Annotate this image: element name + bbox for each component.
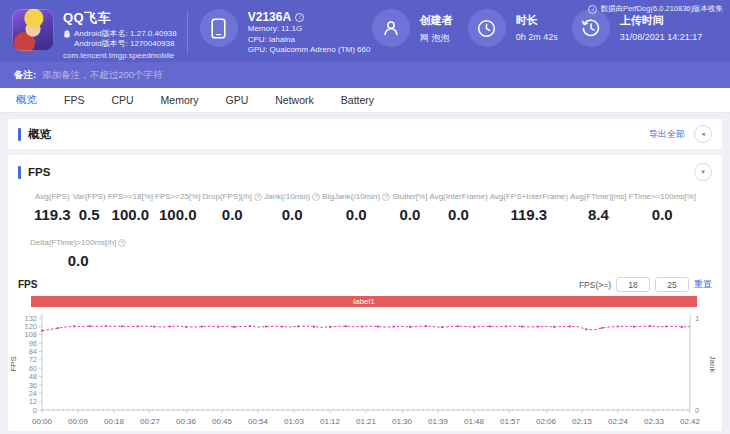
app-package: com.tencent.tmgp.speedmobile: [63, 51, 177, 60]
svg-text:Jank: Jank: [708, 356, 717, 374]
creator-label: 创建者: [420, 13, 453, 28]
fps-collapse-button[interactable]: ▾: [694, 163, 712, 181]
fps-threshold-controls: FPS(>=) 重置: [579, 277, 712, 292]
tab-memory[interactable]: Memory: [161, 94, 199, 106]
svg-text:00:45: 00:45: [212, 417, 233, 426]
stat-value: 100.0: [155, 206, 200, 223]
stat-fps-25-: FPS>=25[%]100.0: [155, 192, 200, 223]
fps-stats-row2: Delta(FTime)>100ms[/h]?0.0: [8, 227, 722, 269]
upload-time-label: 上传时间: [620, 13, 703, 28]
question-info-icon[interactable]: ?: [118, 239, 126, 247]
stat-drop-fps-h-: Drop(FPS)[/h]?0.0: [203, 192, 262, 223]
svg-text:FPS: FPS: [9, 356, 18, 372]
note-label: 备注:: [14, 69, 36, 82]
svg-text:00:54: 00:54: [248, 417, 269, 426]
device-model: V2136A: [248, 10, 291, 24]
export-all-link[interactable]: 导出全部: [649, 128, 685, 141]
android-icon: [63, 30, 71, 39]
stat-value: 0.0: [429, 206, 487, 223]
svg-text:01:03: 01:03: [284, 417, 305, 426]
stat-value: 0.0: [203, 206, 262, 223]
svg-text:01:21: 01:21: [356, 417, 377, 426]
upload-time-value: 31/08/2021 14:21:17: [620, 32, 703, 42]
reset-link[interactable]: 重置: [694, 278, 712, 291]
fps-chart-header: FPS FPS(>=) 重置: [8, 271, 722, 294]
tab-fps[interactable]: FPS: [64, 94, 84, 106]
question-info-icon[interactable]: ?: [312, 193, 320, 201]
device-memory: Memory: 11.1G: [248, 24, 371, 35]
overview-collapse-button[interactable]: ◂: [694, 125, 712, 143]
stat-ftime-100ms-: FTime>=100ms[%]0.0: [629, 192, 696, 223]
user-icon: [372, 9, 410, 47]
app-info-block: QQ飞车 Android版本名: 1.27.0.40938 Android版本号…: [63, 9, 177, 62]
stat-avg-interframe-: Avg(InterFrame)0.0: [429, 192, 487, 223]
perfdog-report-page: QQ飞车 Android版本名: 1.27.0.40938 Android版本号…: [0, 0, 730, 434]
stat-delta-ftime-100ms-h-: Delta(FTime)>100ms[/h]?0.0: [30, 238, 126, 269]
svg-text:02:06: 02:06: [536, 417, 557, 426]
device-cpu: CPU: lahaina: [248, 35, 371, 46]
creator-block: 创建者 网 泡泡: [372, 9, 468, 62]
fps-section: FPS ▾ Avg(FPS)119.3Var(FPS)0.5FPS>=18[%]…: [8, 155, 722, 431]
chart-annotation-band[interactable]: label1: [31, 296, 697, 307]
svg-text:01:57: 01:57: [500, 417, 521, 426]
svg-text:01:48: 01:48: [464, 417, 485, 426]
svg-text:0: 0: [695, 406, 699, 415]
svg-text:00:18: 00:18: [104, 417, 125, 426]
upload-history-clock-icon: [572, 9, 610, 47]
annotation-band-label: label1: [353, 297, 374, 306]
stat-value: 0.0: [322, 206, 390, 223]
app-version-code: Android版本号: 1270040938: [74, 39, 177, 49]
fps-stats-row: Avg(FPS)119.3Var(FPS)0.5FPS>=18[%]100.0F…: [8, 181, 722, 223]
stat-value: 0.0: [629, 206, 696, 223]
svg-text:02:15: 02:15: [572, 417, 593, 426]
fps-threshold-input-1[interactable]: [616, 277, 650, 292]
fps-chart[interactable]: 1321201089684726048362412000:0000:0900:1…: [8, 310, 722, 434]
tab-cpu[interactable]: CPU: [111, 94, 133, 106]
title-accent-bar: [18, 128, 21, 141]
svg-text:0: 0: [33, 406, 37, 415]
duration-block: 时长 0h 2m 42s: [468, 9, 572, 62]
stat-avg-fps-interframe-: Avg(FPS+InterFrame)119.3: [490, 192, 568, 223]
svg-text:00:09: 00:09: [68, 417, 89, 426]
fps-threshold-label: FPS(>=): [579, 280, 611, 290]
stat-value: 119.3: [490, 206, 568, 223]
tab-bar: 概览FPSCPUMemoryGPUNetworkBattery: [0, 88, 730, 113]
app-version-name: Android版本名: 1.27.0.40938: [74, 29, 177, 39]
svg-text:00:00: 00:00: [32, 417, 53, 426]
tab-battery[interactable]: Battery: [341, 94, 374, 106]
fps-chart-title: FPS: [18, 279, 37, 290]
fps-threshold-input-2[interactable]: [655, 277, 689, 292]
note-placeholder: 添加备注，不超过200个字符: [42, 69, 162, 82]
stat-value: 0.0: [264, 206, 320, 223]
question-info-icon[interactable]: ?: [382, 193, 390, 201]
clock-icon: [468, 9, 506, 47]
stat-value: 0.0: [392, 206, 427, 223]
stat-value: 100.0: [108, 206, 153, 223]
stat-jank-10min-: Jank(/10min)?0.0: [264, 192, 320, 223]
stat-value: 8.4: [570, 206, 626, 223]
collect-info: i 数据由PerfDog(6.0.210836)版本收集: [588, 4, 723, 14]
stat-value: 119.3: [34, 206, 71, 223]
overview-title: 概览: [18, 127, 51, 142]
creator-value: 网 泡泡: [420, 32, 453, 45]
header-divider: [187, 12, 188, 54]
app-icon: [12, 9, 54, 51]
title-accent-bar: [18, 166, 21, 179]
overview-section: 概览 导出全部 ◂: [8, 119, 722, 149]
svg-text:00:36: 00:36: [176, 417, 197, 426]
svg-text:02:33: 02:33: [644, 417, 665, 426]
note-bar[interactable]: 备注: 添加备注，不超过200个字符: [0, 62, 730, 88]
tab-gpu[interactable]: GPU: [226, 94, 249, 106]
collect-info-text: 数据由PerfDog(6.0.210836)版本收集: [600, 4, 723, 14]
device-info-icon[interactable]: i: [295, 13, 304, 22]
question-info-icon[interactable]: ?: [254, 193, 262, 201]
tab-network[interactable]: Network: [275, 94, 314, 106]
stat-avg-fps-: Avg(FPS)119.3: [34, 192, 71, 223]
svg-text:1: 1: [695, 314, 699, 323]
tab-概览[interactable]: 概览: [16, 93, 37, 107]
report-header: QQ飞车 Android版本名: 1.27.0.40938 Android版本号…: [0, 0, 730, 62]
stat-bigjank-10min-: BigJank(/10min)?0.0: [322, 192, 390, 223]
stat-fps-18-: FPS>=18[%]100.0: [108, 192, 153, 223]
info-circle-icon: i: [588, 5, 597, 14]
app-name: QQ飞车: [63, 9, 177, 27]
